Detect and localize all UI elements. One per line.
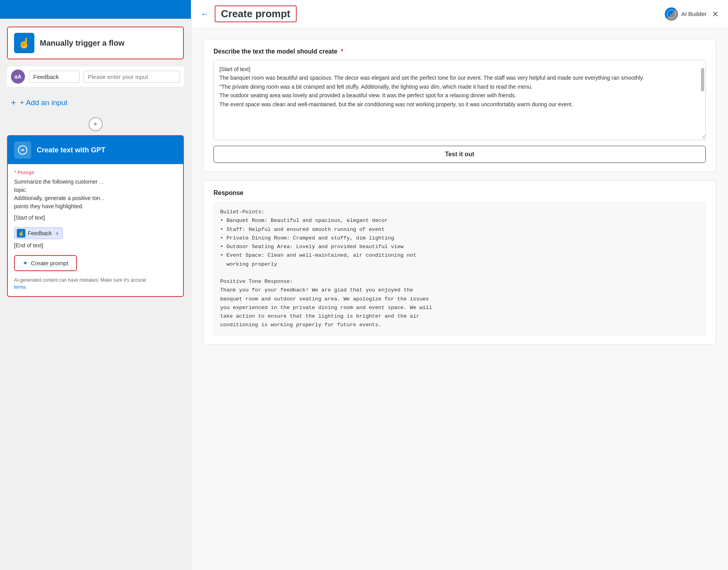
header-right: AI Builder ✕ <box>665 7 719 21</box>
response-label: Response <box>214 189 706 197</box>
gpt-block: Create text with GPT * Prompt Summarize … <box>7 135 184 297</box>
left-panel: ☝ Manually trigger a flow aA + + Add an … <box>0 0 191 570</box>
start-text: [Start of text] <box>14 214 177 222</box>
prompt-text: Summarize the following customer ... top… <box>14 178 177 211</box>
connector-area: + <box>7 113 184 135</box>
response-text: Bullet-Points: • Banquet Room: Beautiful… <box>214 202 706 336</box>
create-prompt-button[interactable]: ✦ Create prompt <box>14 255 77 271</box>
svg-point-1 <box>667 10 676 18</box>
gpt-title: Create text with GPT <box>37 146 105 154</box>
gpt-body: * Prompt Summarize the following custome… <box>8 164 183 296</box>
ai-note: AI-generated content can have mistakes. … <box>14 277 177 291</box>
ai-builder-logo: AI Builder <box>665 7 707 21</box>
connector-circle[interactable]: + <box>89 117 103 131</box>
prompt-label: * Prompt <box>14 170 177 175</box>
trigger-title: Manually trigger a flow <box>40 39 125 48</box>
right-panel: ← Create prompt AI Builder ✕ <box>191 0 728 570</box>
terms-link[interactable]: terms <box>14 284 26 290</box>
placeholder-input[interactable] <box>84 71 180 83</box>
top-bar <box>0 0 191 19</box>
create-prompt-label: Create prompt <box>31 260 68 266</box>
right-header: ← Create prompt AI Builder ✕ <box>191 0 728 28</box>
describe-textarea-wrapper <box>214 60 706 140</box>
page-title: Create prompt <box>215 5 297 22</box>
sparkle-icon: ✦ <box>23 259 28 267</box>
add-input-label: + Add an input <box>20 98 68 107</box>
avatar: aA <box>11 70 25 84</box>
scrollbar-thumb <box>701 68 704 91</box>
trigger-block[interactable]: ☝ Manually trigger a flow <box>7 27 184 59</box>
left-content: ☝ Manually trigger a flow aA + + Add an … <box>0 19 191 570</box>
trigger-icon: ☝ <box>14 33 34 53</box>
describe-textarea[interactable] <box>214 60 705 138</box>
gpt-header[interactable]: Create text with GPT <box>8 136 183 164</box>
add-input-icon: + <box>11 98 16 108</box>
describe-section: Describe the text the model should creat… <box>203 39 716 172</box>
back-button[interactable]: ← <box>201 9 209 19</box>
feedback-input[interactable] <box>29 71 80 83</box>
ai-builder-icon <box>665 7 678 21</box>
right-body: Describe the text the model should creat… <box>191 28 728 570</box>
feedback-tag-label: Feedback <box>28 230 52 236</box>
feedback-tag-remove[interactable]: × <box>55 231 59 236</box>
gpt-icon <box>14 141 31 159</box>
close-button[interactable]: ✕ <box>712 9 719 19</box>
ai-builder-text: AI Builder <box>681 11 707 17</box>
add-input-row[interactable]: + + Add an input <box>7 92 184 113</box>
required-marker: * <box>341 48 343 55</box>
test-it-out-button[interactable]: Test it out <box>214 146 706 163</box>
describe-label: Describe the text the model should creat… <box>214 48 706 55</box>
response-section: Response Bullet-Points: • Banquet Room: … <box>203 180 716 345</box>
feedback-tag-icon: ☝ <box>17 229 25 238</box>
feedback-tag[interactable]: ☝ Feedback × <box>14 227 63 239</box>
feedback-row: aA <box>7 66 184 87</box>
end-text: [End of text] <box>14 241 177 250</box>
